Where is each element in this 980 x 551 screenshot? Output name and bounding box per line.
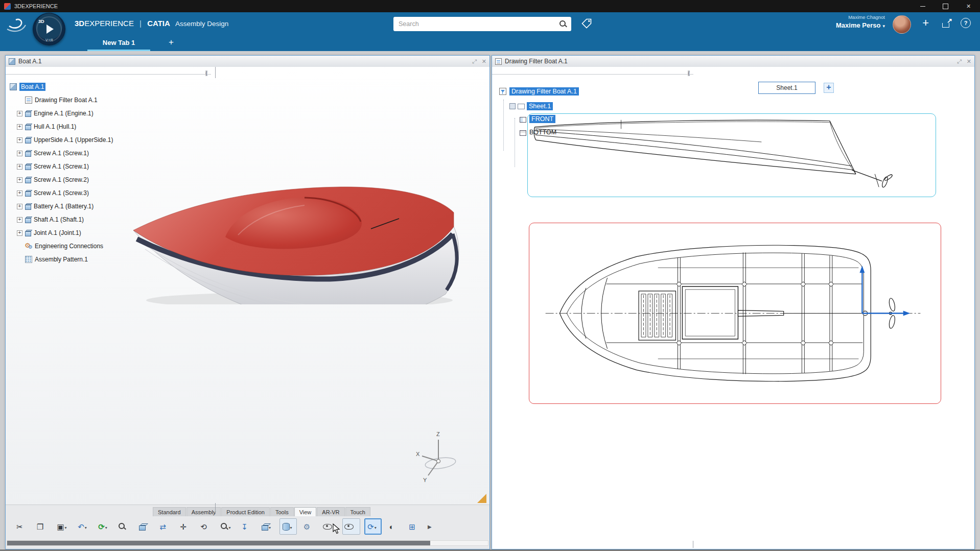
dropdown-caret-icon[interactable] — [85, 522, 89, 531]
new-tab-button[interactable]: + — [169, 37, 174, 47]
tree-item[interactable]: Battery A.1 (Battery.1) — [17, 200, 98, 213]
dropdown-caret-icon[interactable] — [290, 522, 294, 531]
tab-new-tab-1[interactable]: New Tab 1 — [87, 36, 150, 51]
iso-view-icon[interactable] — [136, 519, 153, 534]
drawing-viewport[interactable]: ⟨ Sheet.1 + — [492, 67, 974, 549]
app-icon — [4, 3, 11, 10]
drawing-tree-sheet[interactable]: Sheet.1 — [509, 102, 553, 110]
expander-icon[interactable] — [17, 204, 22, 209]
share-icon[interactable]: ↗ — [942, 19, 952, 28]
expander-icon[interactable] — [17, 137, 22, 143]
tree-item[interactable]: Screw A.1 (Screw.3) — [17, 186, 93, 200]
tree-item[interactable]: Hull A.1 (Hull.1) — [17, 120, 80, 133]
toolbar-tab[interactable]: Standard — [153, 507, 186, 516]
splitter-tick[interactable] — [693, 541, 693, 548]
expander-icon[interactable] — [17, 124, 22, 130]
minimize-button[interactable] — [911, 0, 934, 12]
update-icon[interactable]: ⟳ — [96, 519, 112, 534]
toolbar-tab[interactable]: Assembly — [186, 507, 221, 516]
collapse-tree-button[interactable]: ⟨ — [688, 70, 690, 76]
toolbar-tab[interactable]: Touch — [345, 507, 370, 516]
part-icon — [25, 152, 31, 157]
close-button[interactable]: ✕ — [957, 0, 980, 12]
scrollbar-thumb[interactable] — [7, 541, 430, 545]
tree-item[interactable]: Drawing Filter Boat A.1 — [17, 93, 102, 107]
paste-icon[interactable]: ▣ — [55, 519, 71, 534]
expand-window-button[interactable]: ⤢ — [472, 58, 477, 65]
normal-view-icon[interactable]: ↧ — [239, 519, 255, 534]
chevron-down-icon: ▾ — [882, 23, 885, 29]
search-icon[interactable] — [559, 20, 567, 28]
expander-icon[interactable] — [17, 230, 22, 236]
toolbar-tab[interactable]: Product Edition — [221, 507, 270, 516]
expander-icon[interactable] — [17, 190, 22, 196]
add-sheet-button[interactable]: + — [824, 83, 834, 93]
splitter-tick[interactable] — [215, 503, 216, 514]
collapse-tree-button[interactable]: ⟨ — [205, 70, 207, 76]
tree-item[interactable]: Shaft A.1 (Shaft.1) — [17, 213, 88, 226]
expand-window-button[interactable]: ⤢ — [957, 58, 962, 65]
avatar[interactable] — [893, 15, 911, 34]
close-window-button[interactable]: ✕ — [482, 58, 486, 65]
axis-triad[interactable]: Z X Y — [414, 429, 465, 485]
tree-item[interactable]: UpperSide A.1 (UpperSide.1) — [17, 133, 117, 147]
add-content-button[interactable]: + — [922, 16, 929, 30]
visibility-icon[interactable] — [342, 518, 360, 535]
expander-icon[interactable] — [17, 217, 22, 223]
sheet-tab[interactable]: Sheet.1 — [758, 82, 815, 94]
boat-3d-model[interactable] — [121, 110, 478, 304]
expander-icon[interactable] — [17, 177, 22, 183]
fit-all-icon[interactable] — [116, 519, 132, 534]
dropdown-caret-icon[interactable] — [105, 522, 109, 531]
cut-icon[interactable]: ✂ — [14, 519, 30, 534]
tree-item[interactable]: Assembly Pattern.1 — [17, 253, 92, 266]
tree-item[interactable]: Screw A.1 (Screw.2) — [17, 173, 93, 186]
pan-icon[interactable]: ✛ — [177, 519, 194, 534]
tag-icon[interactable] — [580, 17, 593, 30]
dropdown-caret-icon[interactable] — [229, 522, 233, 531]
toolbar-overflow-button[interactable]: ▶ — [428, 524, 432, 530]
undo-icon[interactable]: ↶ — [75, 519, 91, 534]
toolbar-tab[interactable]: AR-VR — [317, 507, 344, 516]
view-cube-icon[interactable] — [259, 519, 275, 534]
mechanism-icon[interactable]: ⚙ — [301, 519, 317, 534]
bottom-view-frame[interactable] — [529, 223, 941, 404]
drawing-tree-root[interactable]: Drawing Filter Boat A.1 — [499, 87, 579, 95]
compass-logo[interactable]: 3D V+R — [33, 13, 65, 45]
drawing-tree-view[interactable]: BOTTOM — [520, 129, 556, 136]
orbit-icon[interactable]: ⟲ — [198, 519, 214, 534]
section-icon[interactable] — [279, 518, 297, 535]
viewport-corner-handle[interactable] — [477, 494, 486, 503]
help-button[interactable]: ? — [961, 18, 971, 28]
drawing-window-titlebar[interactable]: Drawing Filter Boat A.1 ⤢ ✕ — [492, 56, 974, 67]
expander-icon[interactable] — [17, 151, 22, 156]
zoom-icon[interactable] — [218, 519, 235, 534]
tree-item[interactable]: Joint A.1 (Joint.1) — [17, 226, 85, 239]
close-window-button[interactable]: ✕ — [967, 58, 971, 65]
expander-icon[interactable] — [17, 111, 22, 116]
turntable-icon[interactable]: ⟳ — [364, 518, 382, 535]
copy-icon[interactable]: ❐ — [34, 519, 51, 534]
tree-item[interactable]: Engineering Connections — [17, 239, 107, 253]
dropdown-caret-icon[interactable] — [65, 522, 69, 531]
drawing-tree-view[interactable]: FRONT — [520, 115, 555, 123]
toolbar-tab[interactable]: View — [294, 507, 317, 516]
boat-window-titlebar[interactable]: Boat A.1 ⤢ ✕ — [6, 56, 489, 67]
tree-item[interactable]: Boat A.1 — [10, 80, 50, 93]
render-style-icon[interactable]: ◐ — [386, 519, 402, 534]
split-view-icon[interactable]: ⊞ — [406, 519, 423, 534]
user-profile-menu[interactable]: Maxime Perso▾ — [836, 21, 885, 29]
search-input[interactable] — [393, 20, 559, 28]
splitter-tick[interactable] — [215, 67, 216, 78]
tree-item[interactable]: Engine A.1 (Engine.1) — [17, 107, 98, 120]
dropdown-caret-icon[interactable] — [375, 522, 379, 531]
maximize-button[interactable] — [934, 0, 957, 12]
tree-item[interactable]: Screw A.1 (Screw.1) — [17, 147, 93, 160]
horizontal-scrollbar[interactable] — [7, 540, 488, 546]
center-view-icon[interactable]: ⇄ — [157, 519, 173, 534]
tree-item[interactable]: Screw A.1 (Screw.1) — [17, 160, 93, 173]
tree-item-label: Drawing Filter Boat A.1 — [35, 97, 98, 104]
viewport-3d[interactable]: ⟨ Boat A.1 Drawing Filter Boat A.1 — [6, 67, 489, 505]
toolbar-tab[interactable]: Tools — [270, 507, 294, 516]
expander-icon[interactable] — [17, 164, 22, 170]
